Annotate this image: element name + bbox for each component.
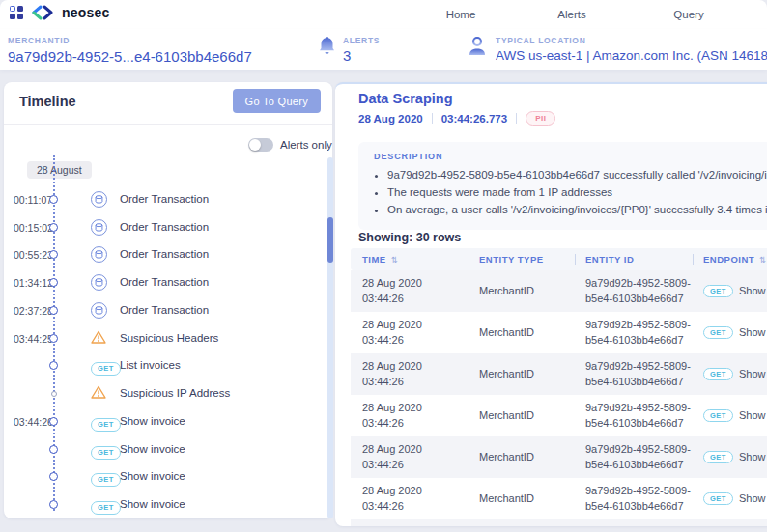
alerts-only-toggle[interactable]	[248, 138, 273, 152]
divider	[432, 113, 433, 124]
pii-badge: PII	[526, 111, 555, 126]
typical-location-value: AWS us-east-1 | Amazon.com Inc. (ASN 146…	[496, 48, 767, 63]
cell-endpoint: GETShow invoice	[693, 450, 767, 464]
event-time: 03:44:26	[14, 416, 53, 428]
timeline-event[interactable]: 00:11:07 Order Transaction	[4, 190, 325, 210]
event-label: Show invoice	[120, 415, 185, 427]
timeline-event[interactable]: 00:55:23 Order Transaction	[4, 245, 325, 265]
get-method-badge: GET	[91, 468, 121, 487]
cell-entity-id: 9a79d92b-4952-5809-b5e4-6103bb4e66d7	[575, 401, 693, 431]
timeline-event[interactable]: GET List invoices	[4, 356, 325, 376]
timeline-node	[49, 250, 58, 259]
event-label: Order Transaction	[120, 221, 209, 233]
cell-entity-type: MerchantID	[469, 408, 575, 423]
event-time: 00:55:23	[14, 249, 53, 261]
nav-item-home[interactable]: Home	[446, 9, 476, 20]
go-to-query-button[interactable]: Go To Query	[233, 89, 321, 113]
merchant-id-block: MERCHANTID 9a79d92b-4952-5...e4-6103bb4e…	[8, 36, 252, 65]
table-row[interactable]: 28 Aug 202003:44:26 MerchantID 9a79d92b-…	[351, 478, 767, 519]
timeline-scrollbar-thumb[interactable]	[327, 217, 333, 263]
event-label: Order Transaction	[120, 248, 209, 260]
cell-time: 28 Aug 202003:44:26	[351, 484, 469, 514]
cell-endpoint: GETShow invoice	[693, 367, 767, 381]
cell-entity-id: 9a79d92b-4952-5809-b5e4-6103bb4e66d7	[575, 318, 693, 348]
cell-endpoint: GETShow invoice	[693, 491, 767, 506]
brand[interactable]: neosec	[10, 5, 109, 20]
typical-location-label: TYPICAL LOCATION	[496, 36, 767, 45]
get-method-badge: GET	[91, 357, 121, 376]
event-time: 03:44:25	[14, 333, 53, 345]
timeline-node	[49, 417, 58, 426]
endpoint-label: Show invoice	[739, 450, 767, 464]
top-nav: neosec Home Alerts Query	[0, 0, 767, 30]
sequence-icon	[91, 246, 107, 263]
column-label: ENTITY TYPE	[479, 254, 544, 265]
get-method-badge: GET	[703, 492, 733, 506]
column-label: ENDPOINT	[703, 254, 754, 265]
cell-entity-id: 9a79d92b-4952-5809-b5e4-6103bb4e66d7	[575, 525, 693, 526]
event-label: Suspicious Headers	[120, 332, 218, 344]
toggle-knob[interactable]	[249, 139, 261, 151]
description-card: DESCRIPTION 9a79d92b-4952-5809-b5e4-6103…	[358, 142, 767, 230]
event-label: Show invoice	[120, 470, 185, 482]
timeline-alert[interactable]: Suspicious IP Address	[4, 384, 325, 404]
timeline-event[interactable]: 01:34:12 Order Transaction	[4, 273, 325, 293]
column-header-endpoint[interactable]: ENDPOINT ⇅	[693, 254, 767, 265]
nav-item-alerts[interactable]: Alerts	[557, 9, 585, 20]
alerts-only-label: Alerts only	[280, 139, 332, 151]
timeline-node	[49, 472, 58, 481]
timeline-node	[49, 500, 58, 509]
event-time: 02:37:28	[14, 305, 53, 317]
table-row[interactable]: 28 Aug 202003:44:26 MerchantID 9a79d92b-…	[351, 519, 767, 526]
table-row[interactable]: 28 Aug 202003:44:26 MerchantID 9a79d92b-…	[351, 353, 767, 395]
nav-item-query[interactable]: Query	[673, 9, 703, 20]
timeline-event[interactable]: GET Show invoice	[4, 467, 325, 487]
timeline-node	[49, 278, 58, 287]
cell-time: 28 Aug 202003:44:26	[351, 525, 469, 526]
timeline-node	[49, 306, 58, 315]
description-bullet: On average, a user calls '/v2/invoicing/…	[387, 202, 767, 219]
get-method-badge: GET	[703, 285, 733, 298]
endpoint-label: Show invoice	[739, 491, 767, 506]
alert-meta: 28 Aug 2020 03:44:26.773 PII	[358, 111, 555, 126]
alert-detail-panel: Data Scraping 28 Aug 2020 03:44:26.773 P…	[335, 82, 767, 526]
timeline-event[interactable]: 00:15:02 Order Transaction	[4, 218, 325, 238]
merchant-id-value: 9a79d92b-4952-5...e4-6103bb4e66d7	[8, 48, 252, 65]
sequence-icon	[91, 191, 107, 208]
timeline-event[interactable]: 03:44:26 GET Show invoice	[4, 412, 325, 432]
typical-location-block: TYPICAL LOCATION AWS us-east-1 | Amazon.…	[467, 36, 767, 63]
sort-icon[interactable]: ⇅	[391, 255, 399, 265]
cell-endpoint: GETShow invoice	[693, 325, 767, 340]
table-row[interactable]: 28 Aug 202003:44:26 MerchantID 9a79d92b-…	[351, 395, 767, 436]
warning-icon	[91, 330, 106, 349]
table-row[interactable]: 28 Aug 202003:44:26 MerchantID 9a79d92b-…	[351, 436, 767, 478]
warning-icon	[91, 385, 106, 404]
get-label: GET	[91, 362, 121, 376]
timeline-event[interactable]: GET Show invoice	[4, 495, 325, 515]
get-label: GET	[91, 501, 121, 515]
event-time: 01:34:12	[14, 277, 53, 289]
timeline-event[interactable]: 02:37:28 Order Transaction	[4, 301, 325, 321]
cell-entity-id: 9a79d92b-4952-5809-b5e4-6103bb4e66d7	[575, 484, 693, 514]
column-header-entity-id: ENTITY ID	[575, 254, 693, 265]
cell-entity-type: MerchantID	[469, 491, 575, 506]
table-row[interactable]: 28 Aug 202003:44:26 MerchantID 9a79d92b-…	[351, 312, 767, 353]
cell-entity-type: MerchantID	[469, 325, 575, 340]
app-grid-icon[interactable]	[10, 6, 23, 19]
timeline-node	[49, 334, 58, 343]
neosec-logo-icon	[30, 5, 55, 20]
timeline-alert[interactable]: 03:44:25 Suspicious Headers	[4, 329, 325, 349]
timeline-event[interactable]: GET Show invoice	[4, 440, 325, 460]
cell-endpoint: GETShow invoice	[693, 284, 767, 298]
description-bullet: 9a79d92b-4952-5809-b5e4-6103bb4e66d7 suc…	[387, 167, 767, 184]
event-time: 00:15:02	[14, 222, 53, 234]
table-row[interactable]: 28 Aug 202003:44:26 MerchantID 9a79d92b-…	[351, 270, 767, 312]
alert-title: Data Scraping	[358, 91, 453, 106]
column-header-time[interactable]: TIME ⇅	[351, 254, 469, 265]
event-label: Show invoice	[120, 498, 185, 510]
bell-icon	[319, 36, 335, 56]
alerts-block: ALERTS 3	[319, 36, 380, 64]
sort-icon[interactable]: ⇅	[759, 255, 767, 265]
sequence-icon	[91, 274, 107, 291]
event-label: Show invoice	[120, 443, 185, 455]
